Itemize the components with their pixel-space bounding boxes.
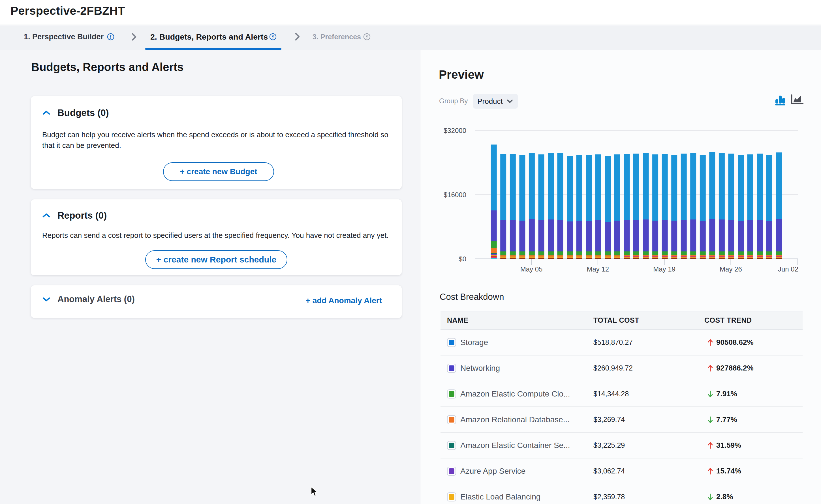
svg-text:May 12: May 12	[586, 265, 609, 273]
svg-text:May 26: May 26	[720, 265, 742, 273]
svg-text:May 19: May 19	[653, 265, 676, 273]
svg-text:May 05: May 05	[520, 265, 543, 273]
svg-text:$0: $0	[459, 255, 466, 263]
svg-text:Jun 02: Jun 02	[778, 265, 798, 273]
svg-text:$32000: $32000	[444, 127, 466, 134]
svg-text:$16000: $16000	[444, 191, 466, 199]
